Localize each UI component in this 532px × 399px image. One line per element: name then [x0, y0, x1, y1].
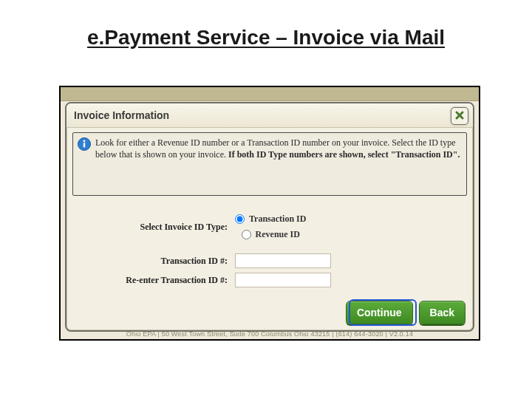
transaction-id-input[interactable]	[235, 253, 331, 268]
svg-point-3	[83, 140, 86, 143]
info-box: Look for either a Revenue ID number or a…	[72, 132, 467, 196]
radio-revenue-id[interactable]: Revenue ID	[242, 229, 300, 240]
svg-rect-4	[83, 143, 85, 147]
continue-button[interactable]: Continue	[346, 301, 413, 324]
footer-text: Ohio EPA | 50 West Town Street, Suite 70…	[61, 330, 479, 338]
info-text-emphasis: If both ID Type numbers are shown, selec…	[228, 149, 460, 160]
radio-revenue-id-label: Revenue ID	[256, 229, 300, 240]
slide-title: e.Payment Service – Invoice via Mail	[0, 26, 532, 50]
radio-transaction-id-input[interactable]	[235, 214, 245, 224]
dialog-header: Invoice Information	[66, 103, 473, 128]
reenter-transaction-id-label: Re-enter Transaction ID #:	[72, 275, 235, 286]
radio-transaction-id[interactable]: Transaction ID	[235, 214, 306, 225]
back-button[interactable]: Back	[419, 301, 466, 324]
transaction-id-label: Transaction ID #:	[72, 256, 235, 267]
radio-transaction-id-label: Transaction ID	[249, 214, 306, 225]
app-screenshot: Invoice Information	[59, 86, 480, 341]
form-area: Select Invoice ID Type: Transaction ID R…	[72, 214, 467, 287]
info-icon	[78, 137, 91, 151]
reenter-transaction-id-input[interactable]	[235, 273, 331, 287]
close-icon	[454, 110, 465, 120]
invoice-information-dialog: Invoice Information	[65, 102, 474, 332]
backdrop-strip	[61, 87, 479, 101]
close-button[interactable]	[451, 107, 468, 125]
button-bar: Continue Back	[346, 301, 466, 324]
dialog-title: Invoice Information	[74, 109, 169, 121]
radio-revenue-id-input[interactable]	[242, 230, 251, 239]
select-id-type-label: Select Invoice ID Type:	[72, 222, 235, 233]
